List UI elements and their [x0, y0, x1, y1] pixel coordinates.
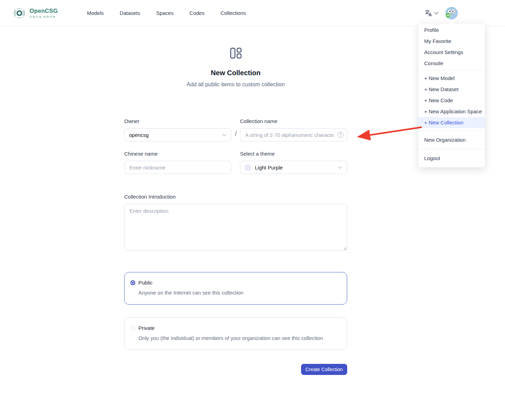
- menu-item-console[interactable]: Console: [418, 58, 485, 69]
- menu-item-my-favorite[interactable]: My Favorite: [418, 36, 485, 47]
- main-nav: Models Datasets Spaces Codes Collections: [87, 10, 246, 16]
- nav-item-models[interactable]: Models: [87, 10, 104, 16]
- menu-item-new-code[interactable]: + New Code: [418, 95, 485, 106]
- nav-item-spaces[interactable]: Spaces: [156, 10, 173, 16]
- introduction-textarea[interactable]: [124, 204, 347, 251]
- opencsg-logo[interactable]: OpenCSG 开源开放 智慧传神: [12, 6, 58, 20]
- owner-name-row: Owner opencsg Collection name ? /: [124, 118, 347, 141]
- brand-name: OpenCSG: [29, 8, 58, 15]
- nickname-theme-row: Chinese name Select a theme Light Purple: [124, 151, 347, 174]
- menu-section-create: + New Model + New Dataset + New Code + N…: [418, 70, 485, 131]
- owner-name-separator: /: [233, 130, 239, 138]
- menu-item-new-model[interactable]: + New Model: [418, 73, 485, 84]
- public-description: Anyone on the Internet can see this coll…: [138, 290, 341, 296]
- translate-icon: [425, 9, 432, 17]
- theme-label: Select a theme: [240, 151, 347, 157]
- menu-item-logout[interactable]: Logout: [418, 150, 485, 166]
- visibility-option-private[interactable]: Private Only you (the individual) or mem…: [124, 317, 347, 350]
- chevron-down-icon: [338, 166, 342, 169]
- public-radio[interactable]: [130, 280, 135, 285]
- nav-item-codes[interactable]: Codes: [189, 10, 204, 16]
- owner-select[interactable]: opencsg: [124, 128, 231, 141]
- private-radio[interactable]: [130, 326, 135, 331]
- annotation-arrow: [348, 121, 427, 143]
- chevron-down-icon: [222, 133, 226, 137]
- menu-item-new-dataset[interactable]: + New Dataset: [418, 84, 485, 95]
- theme-field-group: Select a theme Light Purple: [240, 151, 347, 174]
- chevron-down-icon: [434, 12, 438, 15]
- collection-name-field-group: Collection name ?: [240, 118, 347, 141]
- private-description: Only you (the individual) or members of …: [138, 335, 341, 341]
- owner-field-group: Owner opencsg: [124, 118, 231, 141]
- collection-icon: [230, 47, 242, 60]
- header-right-cluster: [425, 7, 458, 19]
- introduction-label: Collection Introduction: [124, 194, 347, 200]
- owner-selected-value: opencsg: [129, 132, 149, 138]
- private-label: Private: [138, 325, 155, 331]
- opencsg-logo-icon: [12, 6, 26, 20]
- menu-item-account-settings[interactable]: Account Settings: [418, 47, 485, 58]
- menu-item-new-application-space[interactable]: + New Application Space: [418, 106, 485, 117]
- create-collection-button[interactable]: Create Collection: [301, 364, 347, 375]
- menu-section-account: Profile My Favorite Account Settings Con…: [418, 24, 485, 70]
- chinese-name-label: Chinese name: [124, 151, 231, 157]
- theme-selected-value: Light Purple: [255, 165, 283, 170]
- collection-name-input[interactable]: [240, 128, 347, 141]
- language-switcher[interactable]: [425, 9, 438, 17]
- new-collection-form: New Collection Add all public items to c…: [124, 26, 347, 375]
- top-navbar: OpenCSG 开源开放 智慧传神 Models Datasets Spaces…: [0, 0, 505, 26]
- menu-section-logout: Logout: [418, 149, 485, 167]
- nav-item-collections[interactable]: Collections: [221, 10, 246, 16]
- brand-tagline: 开源开放 智慧传神: [29, 16, 58, 18]
- owner-label: Owner: [124, 118, 231, 124]
- submit-row: Create Collection: [124, 364, 347, 375]
- help-tooltip-icon[interactable]: ?: [337, 132, 343, 138]
- theme-select[interactable]: Light Purple: [240, 161, 347, 174]
- menu-section-organization: New Organization: [418, 131, 485, 149]
- form-hero: New Collection Add all public items to c…: [124, 26, 347, 88]
- nav-item-datasets[interactable]: Datasets: [120, 10, 140, 16]
- page-subtitle: Add all public items to custom collectio…: [124, 81, 347, 88]
- public-label: Public: [138, 280, 153, 286]
- visibility-option-public[interactable]: Public Anyone on the Internet can see th…: [124, 272, 347, 305]
- theme-color-swatch: [245, 165, 251, 170]
- menu-item-new-collection[interactable]: + New Collection: [418, 117, 485, 128]
- page-title: New Collection: [124, 69, 347, 77]
- chinese-name-input[interactable]: [124, 161, 231, 174]
- menu-item-new-organization[interactable]: New Organization: [418, 132, 485, 148]
- introduction-field-group: Collection Introduction: [124, 194, 347, 252]
- collection-name-label: Collection name: [240, 118, 347, 124]
- user-avatar[interactable]: [445, 7, 458, 19]
- user-dropdown-menu: Profile My Favorite Account Settings Con…: [418, 24, 485, 167]
- chinese-name-field-group: Chinese name: [124, 151, 231, 174]
